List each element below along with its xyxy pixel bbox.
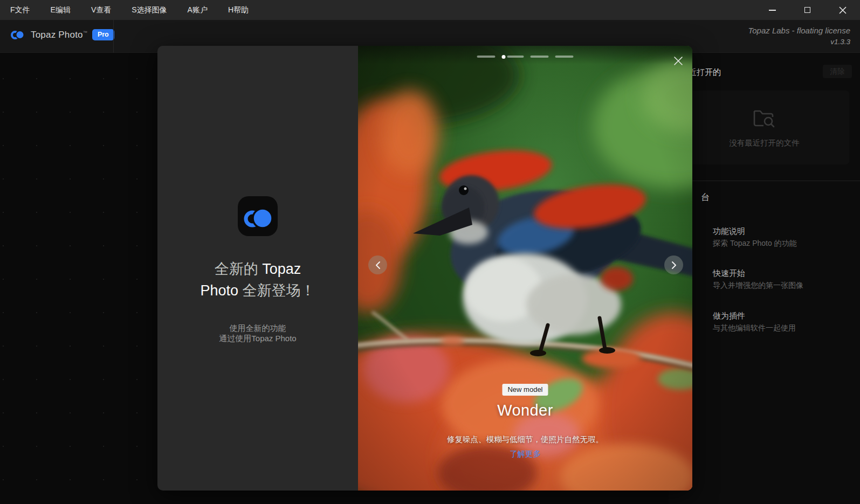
sidebar-item-use-as-plugin[interactable]: 做为插件 与其他编辑软件一起使用 [713, 311, 852, 333]
menu-help[interactable]: H帮助 [218, 0, 259, 20]
maximize-icon [804, 7, 810, 13]
carousel-prev-button[interactable] [368, 256, 387, 274]
topaz-dual-circle-icon [238, 196, 278, 236]
carousel-page-1[interactable] [477, 56, 496, 58]
folder-search-icon [752, 107, 777, 129]
active-page-track [507, 56, 524, 58]
maximize-button[interactable] [790, 0, 825, 20]
topaz-logo-icon [10, 27, 26, 42]
app-title: Topaz Photo™ [31, 30, 87, 40]
topaz-app-icon [238, 196, 278, 236]
modal-title-en1: Topaz [258, 261, 301, 277]
close-button[interactable] [825, 0, 860, 20]
pro-badge: Pro [92, 29, 114, 40]
sidebar-item-subtitle: 探索 Topaz Photo 的功能 [713, 238, 852, 248]
minimize-button[interactable] [755, 0, 790, 20]
no-recent-files-message: 没有最近打开的文件 [679, 138, 849, 148]
slide-title: Wonder [358, 402, 692, 419]
sidebar-item-quick-start[interactable]: 快速开始 导入并增强您的第一张图像 [713, 268, 852, 290]
carousel-pagination [477, 56, 574, 58]
modal-title-zh1: 全新的 [215, 261, 258, 277]
menu-select-image[interactable]: S选择图像 [121, 0, 177, 20]
sidebar-item-subtitle: 与其他编辑软件一起使用 [713, 323, 852, 333]
carousel-slide-panel: New model Wonder 修复噪点、模糊与低细节，使照片自然无瑕。 了解… [358, 46, 692, 491]
close-icon [839, 6, 847, 14]
version-text: v1.3.3 [748, 37, 850, 47]
sidebar-item-feature-overview[interactable]: 功能说明 探索 Topaz Photo 的功能 [713, 226, 852, 248]
chevron-right-icon [671, 261, 677, 270]
modal-subtitle-line2: 通过使用Topaz Photo [157, 333, 358, 343]
license-info: Topaz Labs - floating license v1.3.3 [748, 25, 850, 47]
trademark: ™ [83, 30, 87, 35]
slide-photo-bird [358, 46, 692, 491]
menu-view[interactable]: V查看 [81, 0, 121, 20]
app-brand: Topaz Photo™ Pro [10, 27, 114, 42]
modal-subtitle: 使用全新的功能 通过使用Topaz Photo [157, 323, 358, 343]
minimize-icon [769, 10, 776, 11]
carousel-page-4[interactable] [555, 56, 574, 58]
header-divider [113, 20, 114, 53]
carousel-page-2-active[interactable] [502, 56, 524, 58]
sidebar-item-title: 快速开始 [713, 268, 852, 278]
chevron-left-icon [375, 261, 381, 270]
carousel-page-3[interactable] [531, 56, 549, 58]
sidebar-section-header-partial: 台 [701, 192, 710, 203]
new-model-badge: New model [502, 384, 548, 396]
welcome-modal: 全新的 Topaz Photo 全新登场！ 使用全新的功能 通过使用Topaz … [157, 46, 692, 491]
modal-subtitle-line1: 使用全新的功能 [157, 323, 358, 333]
app-window: F文件 E编辑 V查看 S选择图像 A账户 H帮助 .win-btn{backg… [0, 0, 860, 504]
close-icon [673, 56, 683, 66]
modal-intro-panel: 全新的 Topaz Photo 全新登场！ 使用全新的功能 通过使用Topaz … [157, 46, 358, 491]
menu-bar: F文件 E编辑 V查看 S选择图像 A账户 H帮助 [0, 0, 860, 20]
learn-more-link[interactable]: 了解更多 [358, 449, 692, 459]
menu-account[interactable]: A账户 [177, 0, 218, 20]
modal-close-button[interactable] [671, 53, 686, 68]
license-text: Topaz Labs - floating license [748, 25, 850, 37]
right-sidebar: 最近打开的 清除 没有最近打开的文件 台 功能说明 探索 Topaz Photo… [669, 53, 860, 504]
slide-description: 修复噪点、模糊与低细节，使照片自然无瑕。 [358, 434, 692, 445]
carousel-next-button[interactable] [664, 256, 683, 274]
modal-title-en2: Photo [200, 282, 242, 299]
clear-recent-button[interactable]: 清除 [823, 65, 852, 78]
sidebar-item-title: 做为插件 [713, 311, 852, 321]
menu-file[interactable]: F文件 [0, 0, 40, 20]
active-page-dot [502, 55, 506, 59]
menu-edit[interactable]: E编辑 [40, 0, 81, 20]
window-controls [755, 0, 860, 20]
modal-title: 全新的 Topaz Photo 全新登场！ [157, 258, 358, 301]
recent-files-empty-panel: 没有最近打开的文件 [679, 91, 849, 164]
modal-title-zh2: 全新登场！ [243, 282, 315, 299]
sidebar-divider [669, 181, 860, 181]
sidebar-item-subtitle: 导入并增强您的第一张图像 [713, 280, 852, 290]
sidebar-item-title: 功能说明 [713, 226, 852, 236]
